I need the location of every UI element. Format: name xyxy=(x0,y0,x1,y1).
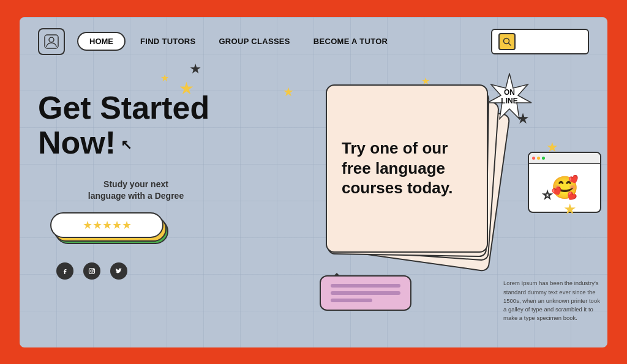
facebook-icon[interactable] xyxy=(56,262,73,280)
heart-face-icon: 🥰 xyxy=(551,175,579,201)
home-nav-button[interactable]: HOME xyxy=(77,32,126,51)
social-icons xyxy=(38,262,234,280)
deco-star-2: ★ xyxy=(179,78,194,98)
chat-line-2 xyxy=(331,291,400,295)
cursor-icon: ↖ xyxy=(121,138,132,152)
svg-point-1 xyxy=(49,37,54,42)
logo-icon xyxy=(38,28,65,55)
course-card-text: Try one of our free language courses tod… xyxy=(342,138,472,198)
stars-display: ★★★★★ xyxy=(83,218,132,232)
deco-star-8: ☆ xyxy=(543,188,552,202)
search-bar[interactable] xyxy=(491,29,589,54)
stars-rating-card: ★★★★★ xyxy=(50,212,163,238)
subtitle: Study your next language with a Degree xyxy=(38,179,234,202)
course-card-main: Try one of our free language courses tod… xyxy=(326,84,488,253)
become-tutor-nav-link[interactable]: BECOME A TUTOR xyxy=(305,33,396,50)
deco-star-6: ★ xyxy=(518,112,528,125)
stars-card-stack: ★★★★★ xyxy=(50,212,173,244)
twitter-icon[interactable] xyxy=(110,262,127,280)
chat-bubble xyxy=(320,275,411,311)
course-cards: ON LINE Try one of our free language cou… xyxy=(326,84,497,280)
find-tutors-nav-link[interactable]: FIND TUTORS xyxy=(132,33,204,50)
lorem-text: Lorem Ipsum has been the industry's stan… xyxy=(503,279,604,322)
group-classes-nav-link[interactable]: GROUP CLASSES xyxy=(210,33,298,50)
search-input[interactable] xyxy=(519,37,582,46)
chat-line-1 xyxy=(331,284,400,288)
instagram-icon[interactable] xyxy=(83,262,100,280)
browser-dot-green xyxy=(542,157,545,160)
svg-point-5 xyxy=(91,270,93,272)
browser-toolbar xyxy=(529,153,600,164)
online-badge-text: ON LINE xyxy=(501,87,517,105)
left-column: Get Started Now!↖ Study your next langua… xyxy=(38,72,234,347)
deco-star-7: ★ xyxy=(546,139,558,155)
svg-line-3 xyxy=(509,43,511,45)
main-container: HOME FIND TUTORS GROUP CLASSES BECOME A … xyxy=(20,17,607,347)
deco-star-5: ★ xyxy=(421,75,430,87)
browser-dot-yellow xyxy=(537,157,540,160)
deco-star-4: ★ xyxy=(283,84,294,99)
search-icon-button[interactable] xyxy=(498,33,516,50)
browser-dot-red xyxy=(532,157,535,160)
deco-star-9: ★ xyxy=(563,201,577,218)
svg-point-6 xyxy=(93,269,94,270)
navbar: HOME FIND TUTORS GROUP CLASSES BECOME A … xyxy=(20,17,607,66)
deco-star-1: ★ xyxy=(160,72,169,84)
chat-line-3 xyxy=(331,299,372,302)
hero-title: Get Started Now!↖ xyxy=(38,91,234,160)
